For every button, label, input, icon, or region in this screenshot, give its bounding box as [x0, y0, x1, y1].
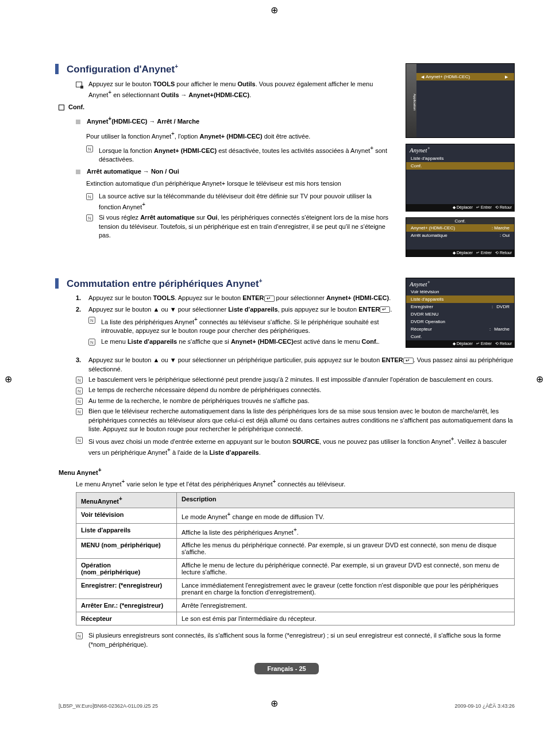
conf-label: Conf.	[59, 103, 394, 112]
bullet-note-1: N Le basculement vers le périphérique sé…	[76, 375, 515, 384]
conf-item-2-body: Extinction automatique d'un périphérique…	[86, 179, 394, 188]
table-cell-name: Voir télévision	[76, 508, 177, 523]
table-cell-name: Opération (nom_périphérique)	[76, 559, 177, 579]
osd4-row-receiver: Récepteur:Marche	[406, 325, 514, 333]
conf-item-1-body: Pour utiliser la fonction Anynet+, l'opt…	[86, 130, 394, 141]
note-icon: N	[88, 339, 95, 346]
note-icon: N	[86, 214, 93, 221]
conf-item-1-title: Anynet+(HDMI-CEC) → Arrêt / Marche	[76, 115, 394, 126]
menu-anynet-heading: Menu Anynet+	[59, 467, 515, 476]
enter-icon	[403, 358, 414, 364]
step-2-note2: N Le menu Liste d'appareils ne s'affiche…	[88, 337, 394, 346]
table-cell-desc: Affiche la liste des périphériques Anyne…	[177, 523, 515, 539]
section2-title: Commutation entre périphériques Anynet	[67, 278, 259, 289]
note-icon: N	[76, 377, 83, 383]
osd2-row-list: Liste d'appareils	[406, 155, 514, 162]
tools-icon	[76, 82, 82, 87]
table-row: Enregistrer: (*enregistreur)Lance immédi…	[76, 579, 515, 599]
osd3-row-arret: Arrêt automatique: Oui	[406, 232, 514, 239]
table-cell-desc: Affiche le menu de lecture du périphériq…	[177, 559, 515, 579]
table-cell-name: Récepteur	[76, 612, 177, 625]
table-cell-desc: Arrête l'enregistrement.	[177, 599, 515, 612]
conf-item-1-note: N Lorsque la fonction Anynet+ (HDMI-CEC)…	[86, 144, 394, 164]
square-bullet-icon	[76, 120, 80, 124]
print-reg-bottom: ⊕	[271, 698, 278, 709]
step-2-note1: N La liste des périphériques Anynet+ con…	[88, 316, 394, 335]
table-header-row: MenuAnynet+ Description	[76, 493, 515, 508]
note-icon: N	[76, 632, 83, 639]
osd4-row-conf: Conf.	[406, 333, 514, 340]
table-row: Opération (nom_périphérique)Affiche le m…	[76, 559, 515, 579]
print-reg-right: ⊕	[536, 374, 543, 385]
checkbox-icon	[59, 105, 64, 110]
osd4-row-tv: Voir télévision	[406, 288, 514, 296]
table-cell-name: Enregistrer: (*enregistreur)	[76, 579, 177, 599]
enter-icon	[380, 306, 390, 313]
osd3-footer: Déplacer Entrer Retour	[406, 250, 514, 256]
print-reg-top: ⊕	[271, 5, 278, 16]
osd4-footer: Déplacer Entrer Retour	[406, 340, 514, 347]
table-row: Liste d'appareilsAffiche la liste des pé…	[76, 523, 515, 539]
note-icon: N	[76, 408, 83, 415]
table-cell-desc: Le mode Anynet+ change en mode de diffus…	[177, 508, 515, 523]
anynet-logo: Anynet+	[406, 144, 514, 155]
conf-item-2-note2: N Si vous réglez Arrêt automatique sur O…	[86, 213, 394, 240]
table-cell-desc: Le son est émis par l'intermédiaire du r…	[177, 612, 515, 625]
anynet-logo: Anynet+	[406, 278, 514, 289]
note-icon: N	[86, 145, 93, 152]
print-reg-left: ⊕	[5, 374, 12, 385]
section2-heading: Commutation entre périphériques Anynet+	[55, 278, 394, 290]
table-row: RécepteurLe son est émis par l'intermédi…	[76, 612, 515, 625]
menu-anynet-intro: Le menu Anynet+ varie selon le type et l…	[76, 478, 515, 489]
menu-footnote: N Si plusieurs enregistreurs sont connec…	[76, 631, 515, 649]
osd3-row-anynet: Anynet+ (HDMI-CEC): Marche	[406, 224, 514, 232]
bullet-note-2: N Le temps de recherche nécessaire dépen…	[76, 386, 515, 394]
osd4-row-list: Liste d'appareils	[406, 296, 514, 303]
osd3-title: Conf.	[406, 218, 514, 224]
osd4-row-dvdrop: DVDR Operation	[406, 318, 514, 325]
bullet-note-4: N Bien que le téléviseur recherche autom…	[76, 407, 515, 433]
conf-item-2-note1: N La source active sur la télécommande d…	[86, 192, 394, 212]
note-icon: N	[86, 193, 93, 200]
table-row: Voir télévisionLe mode Anynet+ change en…	[76, 508, 515, 523]
note-icon: N	[76, 437, 83, 444]
section1-sup: +	[175, 63, 178, 70]
osd4-row-rec: Enregistrer:DVDR	[406, 303, 514, 310]
table-header-desc: Description	[177, 493, 515, 508]
table-cell-desc: Affiche les menus du périphérique connec…	[177, 539, 515, 559]
anynet-menu-table: MenuAnynet+ Description Voir télévisionL…	[76, 492, 515, 625]
table-cell-name: Liste d'appareils	[76, 523, 177, 539]
osd-device-list: Anynet+ Voir télévision Liste d'appareil…	[406, 278, 515, 348]
osd-side-tab: Application	[406, 64, 416, 137]
print-footer-right: 2009-09-10 ¿ÀÈÄ 3:43:26	[454, 703, 515, 709]
table-cell-name: Arrêter Enr.: (*enregistreur)	[76, 599, 177, 612]
bullet-note-5: N Si vous avez choisi un mode d'entrée e…	[76, 435, 515, 457]
osd-anynet-menu: Anynet+ Liste d'appareils Conf. Déplacer…	[406, 144, 515, 212]
section1-title: Configuration d'Anynet	[67, 64, 175, 75]
step-1: 1. Appuyez sur le bouton TOOLS. Appuyez …	[76, 294, 394, 302]
table-row: MENU (nom_périphérique)Affiche les menus…	[76, 539, 515, 559]
square-bullet-icon	[76, 170, 80, 174]
section1-heading: Configuration d'Anynet+	[55, 63, 394, 75]
enter-icon	[264, 296, 275, 302]
bullet-note-3: N Au terme de la recherche, le nombre de…	[76, 397, 515, 405]
table-cell-desc: Lance immédiatement l'enregistrement ave…	[177, 579, 515, 599]
table-cell-name: MENU (nom_périphérique)	[76, 539, 177, 559]
osd2-footer: Déplacer Entrer Retour	[406, 204, 514, 211]
table-header-menu: MenuAnynet+	[76, 493, 177, 508]
print-footer: [LB5P_W.Euro]BN68-02362A-01L09.i25 25 20…	[59, 703, 515, 709]
section1-intro: Appuyez sur le bouton TOOLS pour affiche…	[76, 80, 394, 99]
print-footer-left: [LB5P_W.Euro]BN68-02362A-01L09.i25 25	[59, 703, 158, 709]
table-row: Arrêter Enr.: (*enregistreur)Arrête l'en…	[76, 599, 515, 612]
osd4-row-dvdrmenu: DVDR MENU	[406, 310, 514, 318]
osd1-row-anynet: ◀Anynet+ (HDMI-CEC)▶	[416, 73, 514, 80]
osd-conf-panel: Conf. Anynet+ (HDMI-CEC): Marche Arrêt a…	[406, 217, 515, 257]
note-icon: N	[76, 398, 83, 405]
conf-item-2-title: Arrêt automatique → Non / Oui	[76, 167, 394, 176]
note-icon: N	[88, 317, 95, 324]
osd2-row-conf: Conf.	[406, 162, 514, 170]
step-2: 2. Appuyez sur le bouton ▲ ou ▼ pour sél…	[76, 305, 394, 314]
page-number-pill: Français - 25	[254, 663, 318, 674]
step-3: 3. Appuyez sur le bouton ▲ ou ▼ pour sél…	[76, 356, 515, 374]
note-icon: N	[76, 387, 83, 394]
